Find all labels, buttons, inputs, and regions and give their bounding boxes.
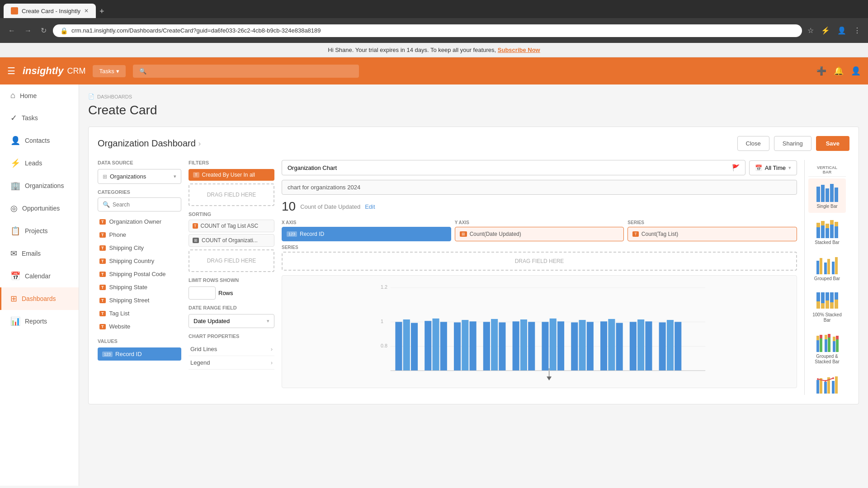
svg-rect-55 <box>816 261 819 274</box>
svg-text:1.2: 1.2 <box>381 284 387 290</box>
svg-rect-7 <box>395 322 402 371</box>
chart-type-grouped-bar[interactable]: Grouped Bar <box>808 251 846 285</box>
svg-rect-77 <box>828 338 830 352</box>
sidebar-item-dashboards[interactable]: ⊞ Dashboards <box>0 287 79 310</box>
svg-rect-67 <box>830 292 834 302</box>
sidebar-item-contacts[interactable]: 👤 Contacts <box>0 129 79 152</box>
bookmark-icon[interactable]: ☆ <box>806 24 816 37</box>
sidebar-item-emails[interactable]: ✉ Emails <box>0 242 79 265</box>
forward-button[interactable]: → <box>22 25 34 37</box>
address-bar[interactable]: 🔒 crm.na1.insightly.com/Dashboards/Creat… <box>53 24 802 37</box>
date-range-select[interactable]: Date Updated ▾ <box>189 314 274 328</box>
projects-icon: 📋 <box>10 226 20 236</box>
svg-rect-13 <box>454 322 461 371</box>
filter-tag[interactable]: T Created By User In all <box>189 169 274 181</box>
back-button[interactable]: ← <box>5 25 18 37</box>
x-axis-field[interactable]: 123 Record ID <box>282 227 451 241</box>
chart-type-select[interactable]: Organization Chart 🚩 <box>282 160 745 175</box>
sidebar-item-opportunities[interactable]: ◎ Opportunities <box>0 197 79 220</box>
chart-prop-legend[interactable]: Legend › <box>189 356 274 370</box>
grid-icon: ⊞ <box>103 174 107 180</box>
svg-rect-40 <box>816 187 820 202</box>
add-icon[interactable]: ➕ <box>816 66 826 76</box>
100-stacked-bar-icon <box>816 291 839 310</box>
category-item-shipping-street[interactable]: T Shipping Street <box>98 294 181 307</box>
sidebar-item-calendar[interactable]: 📅 Calendar <box>0 265 79 287</box>
chart-prop-grid-lines[interactable]: Grid Lines › <box>189 343 274 356</box>
count-edit-link[interactable]: Edit <box>365 203 375 210</box>
svg-rect-44 <box>835 188 838 202</box>
categories-search-box[interactable]: 🔍 <box>98 197 181 211</box>
tasks-button[interactable]: Tasks ▾ <box>93 65 125 77</box>
categories-search-input[interactable] <box>113 202 180 208</box>
sidebar-dashboards-label: Dashboards <box>22 295 56 302</box>
hamburger-icon[interactable]: ☰ <box>7 66 15 76</box>
svg-rect-62 <box>816 301 820 309</box>
category-item-shipping-city[interactable]: T Shipping City <box>98 241 181 254</box>
svg-rect-65 <box>826 292 829 300</box>
date-range-section: DATE RANGE FIELD Date Updated ▾ <box>189 305 274 328</box>
sort-item-1[interactable]: T COUNT of Tag List ASC <box>189 220 274 232</box>
tab-close-btn[interactable]: ✕ <box>84 8 89 14</box>
value-record-id[interactable]: 123 Record ID <box>98 347 181 361</box>
grouped-bar-label: Grouped Bar <box>814 276 840 282</box>
category-item-phone[interactable]: T Phone <box>98 228 181 241</box>
search-input[interactable] <box>150 68 353 75</box>
reload-button[interactable]: ↻ <box>38 24 49 37</box>
category-item-shipping-postal[interactable]: T Shipping Postal Code <box>98 267 181 281</box>
count-number: 10 <box>282 199 296 214</box>
x-axis-box: X AXIS 123 Record ID <box>282 220 451 241</box>
bell-icon[interactable]: 🔔 <box>834 66 844 76</box>
svg-rect-50 <box>826 224 829 228</box>
sidebar-organizations-label: Organizations <box>25 182 64 189</box>
category-item-website[interactable]: T Website <box>98 320 181 333</box>
count-label: Count of Date Updated <box>300 203 360 210</box>
subscribe-link[interactable]: Subscribe Now <box>498 47 540 53</box>
sort-item-2[interactable]: ⊞ COUNT of Organizati... <box>189 234 274 247</box>
menu-icon[interactable]: ⋮ <box>852 24 863 37</box>
chart-type-single-bar[interactable]: Single Bar <box>808 178 846 213</box>
new-tab-button[interactable]: + <box>96 5 108 18</box>
sidebar-item-organizations[interactable]: 🏢 Organizations <box>0 174 79 197</box>
sidebar-item-tasks[interactable]: ✓ Tasks <box>0 107 79 129</box>
sidebar-item-reports[interactable]: 📊 Reports <box>0 310 79 333</box>
tab-favicon <box>11 7 18 14</box>
user-avatar[interactable]: 👤 <box>851 66 861 76</box>
leads-icon: ⚡ <box>10 158 20 168</box>
close-button[interactable]: Close <box>737 136 769 151</box>
svg-rect-71 <box>816 340 819 352</box>
series-axis-field[interactable]: T Count(Tag List) <box>627 227 797 241</box>
svg-rect-51 <box>830 225 834 238</box>
flag-icon: 🚩 <box>732 164 740 171</box>
category-item-shipping-country[interactable]: T Shipping Country <box>98 254 181 267</box>
global-search[interactable]: 🔍 <box>133 65 359 78</box>
data-source-select[interactable]: ⊞ Organizations ▾ <box>98 169 181 184</box>
chart-type-100-stacked-bar[interactable]: 100% Stacked Bar <box>808 287 846 327</box>
y-axis-field[interactable]: ⊞ Count(Date Updated) <box>455 227 624 241</box>
svg-rect-27 <box>587 322 594 371</box>
chart-type-line-grouped-bar[interactable]: Line + Grouped Bar <box>808 370 846 395</box>
chart-type-grouped-stacked-bar[interactable]: Grouped & Stacked Bar <box>808 328 846 368</box>
category-item-shipping-state[interactable]: T Shipping State <box>98 281 181 294</box>
svg-rect-20 <box>520 319 527 371</box>
sharing-button[interactable]: Sharing <box>774 136 811 151</box>
limit-rows-input[interactable]: 100 <box>189 286 216 300</box>
values-label: VALUES <box>98 338 181 344</box>
extension-icon[interactable]: ⚡ <box>819 24 832 37</box>
category-item-tag-list[interactable]: T Tag List <box>98 307 181 320</box>
sidebar-item-projects[interactable]: 📋 Projects <box>0 220 79 242</box>
browser-tab[interactable]: Create Card - Insightly ✕ <box>4 4 96 18</box>
chart-name-input[interactable] <box>282 180 797 195</box>
category-item-org-owner[interactable]: T Organization Owner <box>98 215 181 228</box>
stacked-bar-icon <box>816 218 839 238</box>
sidebar-item-home[interactable]: ⌂ Home <box>0 84 79 107</box>
chart-type-stacked-bar[interactable]: Stacked Bar <box>808 215 846 249</box>
svg-rect-58 <box>827 259 830 274</box>
y-axis-label: Y AXIS <box>455 220 624 225</box>
line-grouped-bar-icon <box>816 374 839 394</box>
save-button[interactable]: Save <box>816 136 849 151</box>
sidebar-item-leads[interactable]: ⚡ Leads <box>0 152 79 174</box>
y-axis-box: Y AXIS ⊞ Count(Date Updated) <box>455 220 624 241</box>
profile-icon[interactable]: 👤 <box>835 24 848 37</box>
time-filter-select[interactable]: 📅 All Time ▾ <box>749 160 797 175</box>
